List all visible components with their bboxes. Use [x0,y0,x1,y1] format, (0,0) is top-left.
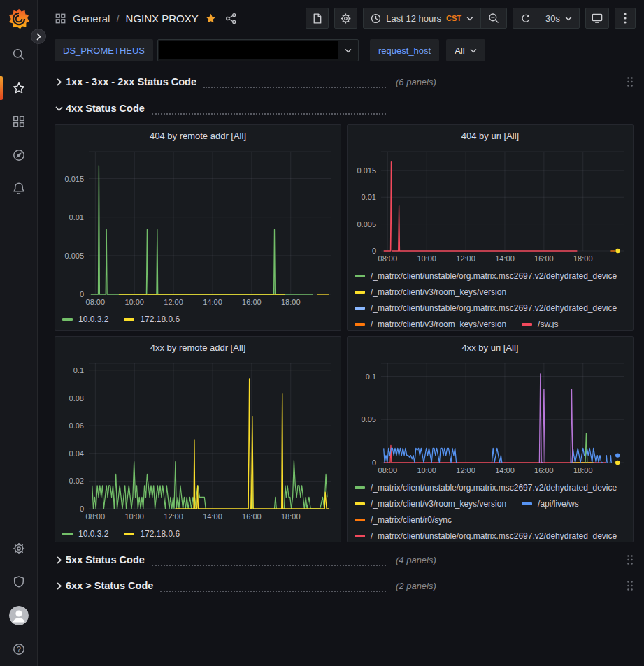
dashboard-title[interactable]: NGINX PROXY [126,13,199,24]
time-range-picker[interactable]: Last 12 hours CST [364,8,480,28]
legend-item[interactable]: /_matrix/client/v3/room_keys/version [355,287,506,297]
top-navbar: General / NGINX PROXY [38,0,644,36]
row-left: 1xx - 3xx - 2xx Status Code [55,75,392,88]
svg-text:08:00: 08:00 [378,254,398,263]
svg-text:0.1: 0.1 [366,372,376,381]
svg-text:0.01: 0.01 [362,193,376,201]
svg-text:0.015: 0.015 [64,175,84,183]
sidebar-item-search[interactable] [0,38,37,71]
more-options-button[interactable] [615,8,636,29]
panel-title[interactable]: 404 by remote addr [All] [61,125,335,146]
legend-item[interactable]: /_matrix/client/v3/room_keys/version [355,319,506,329]
legend-item[interactable]: /_matrix/client/unstable/org.matrix.msc2… [355,483,617,493]
host-variable-select[interactable]: All [446,39,485,61]
legend-row: /_matrix/client/unstable/org.matrix.msc2… [355,300,627,316]
time-picker-group: Last 12 hours CST [363,8,507,29]
legend-item[interactable]: 10.0.3.2 [62,529,108,539]
svg-text:14:00: 14:00 [203,512,222,521]
legend-item[interactable]: 172.18.0.6 [124,314,180,324]
sidebar-item-explore[interactable] [0,138,37,172]
favorite-star-button[interactable] [205,13,217,24]
compass-icon [12,148,26,162]
svg-text:16:00: 16:00 [534,254,554,263]
legend-item[interactable]: /_matrix/client/unstable/org.matrix.msc2… [355,531,617,541]
save-dashboard-button[interactable] [306,8,329,29]
row-panel-count: (6 panels) [396,77,436,87]
dashboard-settings-button[interactable] [334,8,357,29]
timeseries-chart[interactable]: 00.020.040.060.080.108:0010:0012:0014:00… [61,358,336,523]
timeseries-chart[interactable]: 00.050.108:0010:0012:0014:0016:0018:00 [353,358,629,477]
chevron-down-icon [55,104,66,113]
sidebar-item-profile[interactable] [0,599,37,632]
kebab-icon [624,13,627,24]
legend-item[interactable]: /_matrix/client/unstable/org.matrix.msc2… [355,303,617,313]
share-button[interactable] [225,13,237,24]
refresh-group: 30s [513,8,580,29]
sidebar-item-configuration[interactable] [0,532,37,565]
legend-item[interactable]: 10.0.3.2 [62,314,108,324]
timeseries-chart[interactable]: 00.0050.010.01508:0010:0012:0014:0016:00… [353,146,629,266]
sidebar-expand-button[interactable] [31,29,46,44]
row-header-4xx[interactable]: 4xx Status Code [55,98,634,119]
timeseries-chart[interactable]: 00.0050.010.01508:0010:0012:0014:0016:00… [61,146,336,309]
svg-text:08:00: 08:00 [86,512,106,521]
legend-row: /_matrix/client/r0/sync [355,512,627,528]
cycle-view-mode-button[interactable] [585,8,609,29]
panel-4xx-by-remote-addr: 4xx by remote addr [All] 00.020.040.060.… [55,336,341,542]
legend-row: 10.0.3.2172.18.0.6 [62,311,335,327]
gear-icon [12,542,26,556]
row-title: 5xx Status Code [66,554,145,565]
row-drag-handle[interactable] [627,76,634,87]
legend-item[interactable]: /_matrix/client/r0/sync [355,515,452,525]
chevron-down-icon [466,16,473,21]
chevron-down-icon [470,48,477,53]
monitor-icon [591,12,603,24]
panel-title[interactable]: 4xx by uri [All] [353,337,627,358]
panel-legend: 10.0.3.2172.18.0.6 [61,309,335,328]
legend-swatch [355,486,365,489]
row-header-1xx-3xx-2xx[interactable]: 1xx - 3xx - 2xx Status Code (6 panels) [55,71,634,92]
refresh-interval-label: 30s [545,13,560,24]
svg-text:0: 0 [372,458,376,467]
row-header-6xx[interactable]: 6xx > Status Code (2 panels) [55,575,634,596]
svg-text:0.005: 0.005 [64,252,84,260]
datasource-select[interactable] [157,39,359,61]
legend-item[interactable]: 172.18.0.6 [124,529,180,539]
row-drag-handle[interactable] [627,580,634,591]
legend-item[interactable]: /_matrix/client/v3/room_keys/version [355,499,506,509]
legend-item[interactable]: /_matrix/client/unstable/org.matrix.msc2… [355,271,617,281]
active-indicator [0,76,3,100]
legend-label: /sw.js [538,319,558,329]
breadcrumb-folder[interactable]: General [73,13,110,24]
legend-label: /_matrix/client/v3/room_keys/version [371,319,506,329]
svg-text:10:00: 10:00 [124,512,144,521]
zoom-out-time-button[interactable] [480,8,506,28]
panel-title[interactable]: 4xx by remote addr [All] [61,337,335,358]
svg-text:12:00: 12:00 [164,298,183,306]
sidebar-item-starred[interactable] [0,71,37,105]
refresh-interval-picker[interactable]: 30s [538,8,579,28]
sidebar-item-dashboards[interactable] [0,105,37,138]
svg-text:10:00: 10:00 [417,254,436,263]
sidebar-item-alerting[interactable] [0,172,37,205]
sidebar-item-help[interactable]: ? [0,632,37,666]
row-dots-leader [152,109,386,115]
row-panel-count: (2 panels) [396,581,436,591]
panel-title[interactable]: 404 by uri [All] [353,125,627,146]
legend-row: /_matrix/client/v3/room_keys/version/api… [355,495,627,512]
legend-swatch [124,318,134,321]
refresh-button[interactable] [513,8,538,28]
bell-icon [12,182,26,196]
legend-item[interactable]: /api/live/ws [522,499,579,509]
legend-row: /_matrix/client/v3/room_keys/version/sw.… [355,316,627,328]
row-drag-handle[interactable] [627,554,634,565]
timezone-label: CST [446,14,461,22]
chevron-right-icon [36,33,42,41]
search-icon [12,48,26,61]
star-filled-icon [205,13,217,24]
svg-text:12:00: 12:00 [456,466,475,475]
sidebar-item-server-admin[interactable] [0,565,37,599]
row-header-5xx[interactable]: 5xx Status Code (4 panels) [55,549,634,570]
legend-item[interactable]: /sw.js [522,319,558,329]
panel-legend: /_matrix/client/unstable/org.matrix.msc2… [353,477,627,540]
